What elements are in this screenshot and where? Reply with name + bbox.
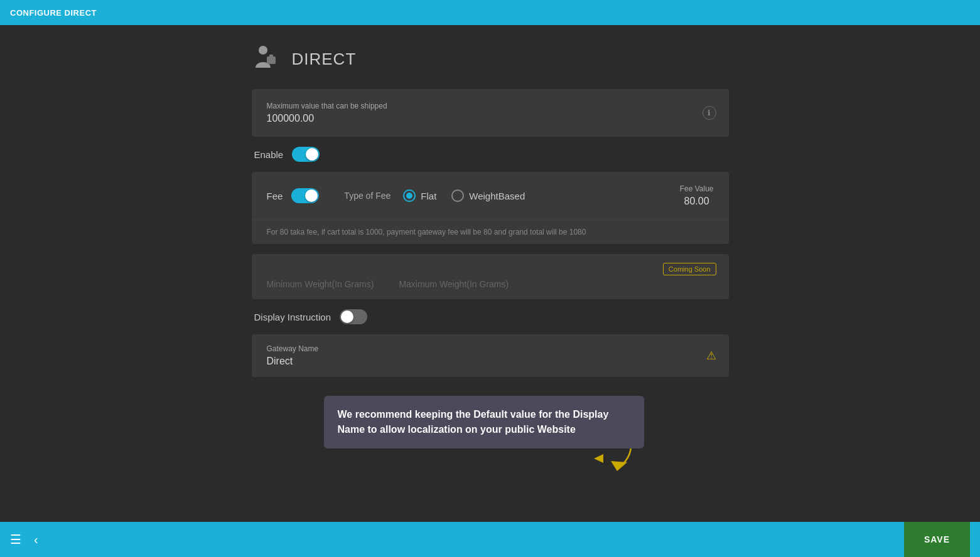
fee-value-amount: 80.00 <box>680 196 714 207</box>
gateway-name-label: Gateway Name <box>267 344 714 353</box>
flat-radio-label: Flat <box>421 191 436 201</box>
svg-marker-3 <box>611 461 627 471</box>
annotation-box: We recommend keeping the Default value f… <box>324 396 644 448</box>
bottom-bar: ☰ ‹ SAVE <box>0 522 980 557</box>
gateway-name-panel: Gateway Name Direct ⚠ <box>252 334 729 377</box>
save-button[interactable]: SAVE <box>904 522 970 557</box>
weight-panel: Coming Soon Minimum Weight(In Grams) Max… <box>252 254 729 299</box>
max-weight-field: Maximum Weight(In Grams) <box>399 279 509 289</box>
fee-type-group: Type of Fee Flat WeightBased <box>344 189 679 202</box>
flat-radio-circle <box>403 189 416 202</box>
enable-label: Enable <box>254 149 284 160</box>
fee-type-label: Type of Fee <box>344 191 390 201</box>
page-title: DIRECT <box>292 50 357 69</box>
back-icon[interactable]: ‹ <box>34 533 38 547</box>
svg-rect-2 <box>269 55 273 57</box>
fee-value-group: Fee Value 80.00 <box>680 184 714 207</box>
max-value-panel: Maximum value that can be shipped 100000… <box>252 89 729 137</box>
info-icon[interactable]: ℹ <box>703 106 716 120</box>
fee-panel: Fee Type of Fee Flat WeightBased <box>252 172 729 244</box>
svg-rect-1 <box>267 56 276 64</box>
max-value-value: 100000.00 <box>267 113 714 124</box>
display-instruction-toggle[interactable] <box>340 309 367 324</box>
bottom-left: ☰ ‹ <box>10 532 38 547</box>
display-instruction-row: Display Instruction <box>252 309 729 324</box>
top-bar-title: CONFIGURE DIRECT <box>10 8 97 18</box>
display-instruction-label: Display Instruction <box>254 312 331 322</box>
warning-icon: ⚠ <box>706 349 716 363</box>
svg-marker-4 <box>594 454 603 463</box>
min-weight-field: Minimum Weight(In Grams) <box>267 279 374 289</box>
page-header: DIRECT <box>252 44 729 74</box>
enable-toggle[interactable] <box>292 147 320 162</box>
direct-icon <box>252 44 282 74</box>
weight-based-radio-label: WeightBased <box>469 191 525 201</box>
weight-based-radio-circle <box>451 189 464 202</box>
display-instruction-toggle-thumb <box>341 310 353 323</box>
enable-row: Enable <box>252 147 729 162</box>
annotation-area: We recommend keeping the Default value f… <box>252 383 729 484</box>
weight-based-radio[interactable]: WeightBased <box>451 189 525 202</box>
gateway-name-value: Direct <box>267 356 714 367</box>
fee-toggle[interactable] <box>291 188 319 203</box>
annotation-text: We recommend keeping the Default value f… <box>338 409 609 435</box>
flat-radio[interactable]: Flat <box>403 189 436 202</box>
fee-value-label: Fee Value <box>680 184 714 193</box>
fee-label: Fee <box>267 191 283 201</box>
fee-note: For 80 taka fee, if cart total is 1000, … <box>252 220 729 244</box>
weight-fields: Minimum Weight(In Grams) Maximum Weight(… <box>267 279 714 289</box>
coming-soon-badge: Coming Soon <box>663 263 716 275</box>
fee-panel-inner: Fee Type of Fee Flat WeightBased <box>252 172 729 220</box>
top-bar: CONFIGURE DIRECT <box>0 0 980 25</box>
hamburger-icon[interactable]: ☰ <box>10 532 21 547</box>
max-value-label: Maximum value that can be shipped <box>267 102 714 110</box>
main-content: DIRECT Maximum value that can be shipped… <box>0 25 980 522</box>
svg-point-0 <box>259 46 267 55</box>
